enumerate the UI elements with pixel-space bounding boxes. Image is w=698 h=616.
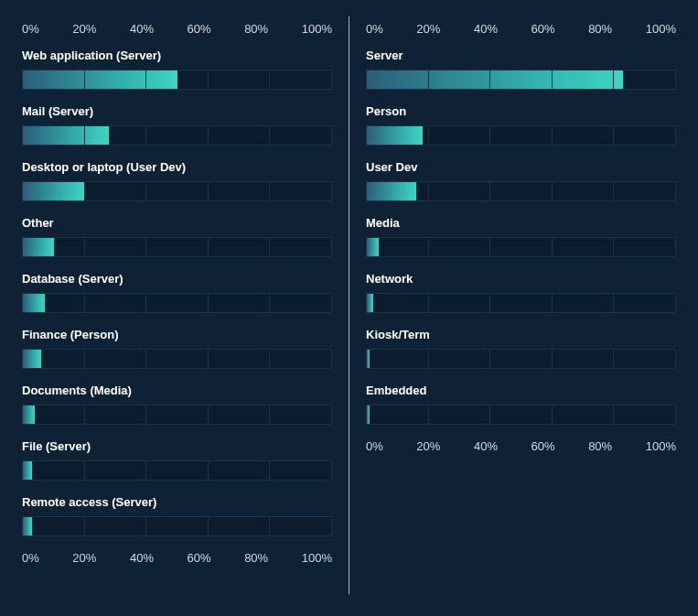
tick: 40% bbox=[474, 439, 498, 453]
bar-track bbox=[22, 349, 332, 369]
bar-label: Database (Server) bbox=[22, 272, 332, 286]
bar-track bbox=[22, 516, 332, 536]
bar-track bbox=[366, 125, 676, 146]
bar-item: Kiosk/Term bbox=[366, 328, 676, 369]
tick: 80% bbox=[588, 439, 612, 453]
bar-track bbox=[366, 70, 676, 90]
bar-fill bbox=[367, 182, 416, 200]
bar-label: Desktop or laptop (User Dev) bbox=[22, 160, 332, 174]
tick: 40% bbox=[474, 22, 498, 36]
bar-track bbox=[22, 70, 332, 90]
bar-label: File (Server) bbox=[22, 439, 332, 453]
bar-fill bbox=[23, 517, 32, 535]
bar-track bbox=[366, 293, 676, 313]
bar-fill bbox=[23, 461, 32, 480]
bar-label: Embedded bbox=[366, 384, 676, 397]
bar-item: Other bbox=[22, 216, 332, 257]
bar-fill bbox=[23, 70, 177, 89]
bar-label: Network bbox=[366, 272, 676, 286]
axis-bottom-right: 0% 20% 40% 60% 80% 100% bbox=[366, 439, 676, 453]
tick: 100% bbox=[302, 22, 332, 36]
tick: 60% bbox=[532, 22, 555, 36]
bar-fill bbox=[23, 350, 41, 368]
tick: 100% bbox=[646, 22, 676, 36]
bar-track bbox=[366, 237, 676, 257]
bar-fill bbox=[367, 350, 370, 368]
bar-fill bbox=[367, 405, 370, 424]
tick: 80% bbox=[244, 22, 268, 36]
bar-label: User Dev bbox=[366, 160, 676, 174]
bar-fill bbox=[23, 405, 35, 424]
bar-item: Network bbox=[366, 272, 676, 313]
bar-label: Remote access (Server) bbox=[22, 495, 332, 509]
tick: 0% bbox=[22, 22, 39, 36]
tick: 80% bbox=[588, 22, 612, 36]
bar-track bbox=[366, 349, 676, 369]
bar-item: Remote access (Server) bbox=[22, 495, 332, 536]
bar-track bbox=[366, 405, 676, 425]
bar-item: Embedded bbox=[366, 384, 676, 425]
tick: 60% bbox=[188, 22, 211, 36]
bar-track bbox=[22, 460, 332, 481]
bar-item: Media bbox=[366, 216, 676, 257]
bar-track bbox=[22, 293, 332, 313]
bar-label: Other bbox=[22, 216, 332, 230]
bar-label: Kiosk/Term bbox=[366, 328, 676, 341]
tick: 0% bbox=[366, 439, 383, 453]
bar-fill bbox=[367, 238, 379, 256]
bar-label: Documents (Media) bbox=[22, 384, 332, 397]
bar-fill bbox=[367, 294, 373, 312]
axis-bottom-left: 0% 20% 40% 60% 80% 100% bbox=[22, 551, 332, 565]
bar-fill bbox=[23, 294, 45, 312]
tick: 60% bbox=[532, 439, 555, 453]
bar-label: Web application (Server) bbox=[22, 49, 332, 62]
bar-fill bbox=[23, 126, 109, 145]
bar-item: Server bbox=[366, 49, 676, 90]
tick: 0% bbox=[22, 551, 39, 565]
bars-left: Web application (Server)Mail (Server)Des… bbox=[22, 49, 332, 536]
bar-item: Database (Server) bbox=[22, 272, 332, 313]
bar-item: Desktop or laptop (User Dev) bbox=[22, 160, 332, 201]
tick: 40% bbox=[130, 22, 154, 36]
bar-item: Person bbox=[366, 104, 676, 146]
chart-left: 0% 20% 40% 60% 80% 100% Web application … bbox=[22, 16, 349, 594]
bar-item: File (Server) bbox=[22, 439, 332, 481]
bar-label: Finance (Person) bbox=[22, 328, 332, 341]
bar-fill bbox=[367, 70, 623, 89]
tick: 0% bbox=[366, 22, 383, 36]
bar-track bbox=[22, 405, 332, 425]
bar-track bbox=[22, 125, 332, 146]
tick: 20% bbox=[416, 439, 440, 453]
bar-item: Finance (Person) bbox=[22, 328, 332, 369]
tick: 20% bbox=[72, 551, 96, 565]
bar-track bbox=[22, 181, 332, 201]
tick: 60% bbox=[188, 551, 211, 565]
bar-track bbox=[366, 181, 676, 201]
tick: 100% bbox=[302, 551, 332, 565]
tick: 80% bbox=[244, 551, 268, 565]
tick: 20% bbox=[72, 22, 96, 36]
bar-item: Documents (Media) bbox=[22, 384, 332, 425]
chart-right: 0% 20% 40% 60% 80% 100% ServerPersonUser… bbox=[349, 16, 676, 594]
bar-label: Mail (Server) bbox=[22, 104, 332, 118]
axis-top-right: 0% 20% 40% 60% 80% 100% bbox=[366, 22, 676, 36]
bars-right: ServerPersonUser DevMediaNetworkKiosk/Te… bbox=[366, 49, 676, 425]
bar-fill bbox=[367, 126, 423, 145]
charts-container: 0% 20% 40% 60% 80% 100% Web application … bbox=[0, 0, 698, 616]
bar-item: Mail (Server) bbox=[22, 104, 332, 146]
tick: 40% bbox=[130, 551, 154, 565]
bar-item: User Dev bbox=[366, 160, 676, 201]
bar-item: Web application (Server) bbox=[22, 49, 332, 90]
bar-label: Person bbox=[366, 104, 676, 118]
bar-track bbox=[22, 237, 332, 257]
bar-fill bbox=[23, 238, 54, 256]
tick: 100% bbox=[646, 439, 676, 453]
tick: 20% bbox=[416, 22, 440, 36]
axis-top-left: 0% 20% 40% 60% 80% 100% bbox=[22, 22, 332, 36]
bar-label: Media bbox=[366, 216, 676, 230]
bar-label: Server bbox=[366, 49, 676, 62]
bar-fill bbox=[23, 182, 84, 200]
